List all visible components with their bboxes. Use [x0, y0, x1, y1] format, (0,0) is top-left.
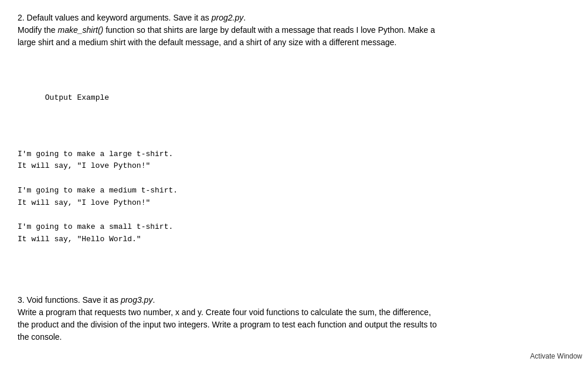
section-2-code-line-2 — [18, 173, 570, 185]
section-2-code-block: Output Example I'm going to make a large… — [18, 56, 570, 271]
section-2-number: 2. — [18, 13, 25, 22]
section-3-title-plain: Void functions. Save it as — [25, 295, 121, 305]
section-2-code-line-5 — [18, 209, 570, 222]
section-3-desc-line2: the product and the division of the inpu… — [18, 320, 437, 329]
section-2-code-line-3: I'm going to make a medium t-shirt. — [18, 185, 570, 197]
section-2-code-line-4: It will say, "I love Python!" — [18, 197, 570, 209]
section-2-filename: prog2.py — [212, 13, 243, 22]
section-2-title-end: . — [243, 13, 246, 22]
section-2-code-line-0: I'm going to make a large t-shirt. — [18, 148, 570, 161]
section-3-code-block: Output Example: Enter number 1: 8Enter n… — [18, 350, 570, 365]
section-3-desc-line3: the console. — [18, 332, 62, 342]
section-2-desc-modify: Modify the — [18, 25, 57, 35]
activate-windows-watermark: Activate Window — [530, 352, 582, 360]
section-3-title-end: . — [152, 295, 155, 305]
section-3: 3. Void functions. Save it as prog3.py. … — [18, 294, 570, 365]
section-2-code-line-1: It will say, "I love Python!" — [18, 160, 570, 173]
section-2-code-label-group: Output Example — [18, 80, 570, 117]
section-2-code-line-7: It will say, "Hello World." — [18, 234, 570, 246]
section-2-function-name: make_shirt() — [57, 25, 103, 35]
section-2-desc-cont: function so that shirts are large by def… — [103, 25, 435, 35]
section-3-filename: prog3.py — [121, 295, 152, 305]
section-2-header: 2. Default values and keyword arguments.… — [18, 12, 570, 49]
section-2-title-plain: Default values and keyword arguments. Sa… — [25, 13, 212, 22]
section-3-desc-line1: Write a program that requests two number… — [18, 307, 431, 317]
section-2-code-line-6: I'm going to make a small t-shirt. — [18, 221, 570, 234]
section-2-code-lines: I'm going to make a large t-shirt.It wil… — [18, 148, 570, 246]
section-2-code-label: Output Example — [45, 93, 109, 102]
section-3-number: 3. — [18, 295, 25, 305]
section-3-header: 3. Void functions. Save it as prog3.py. … — [18, 294, 570, 343]
section-2: 2. Default values and keyword arguments.… — [18, 12, 570, 271]
section-2-desc-line2: large shirt and a medium shirt with the … — [18, 38, 396, 47]
